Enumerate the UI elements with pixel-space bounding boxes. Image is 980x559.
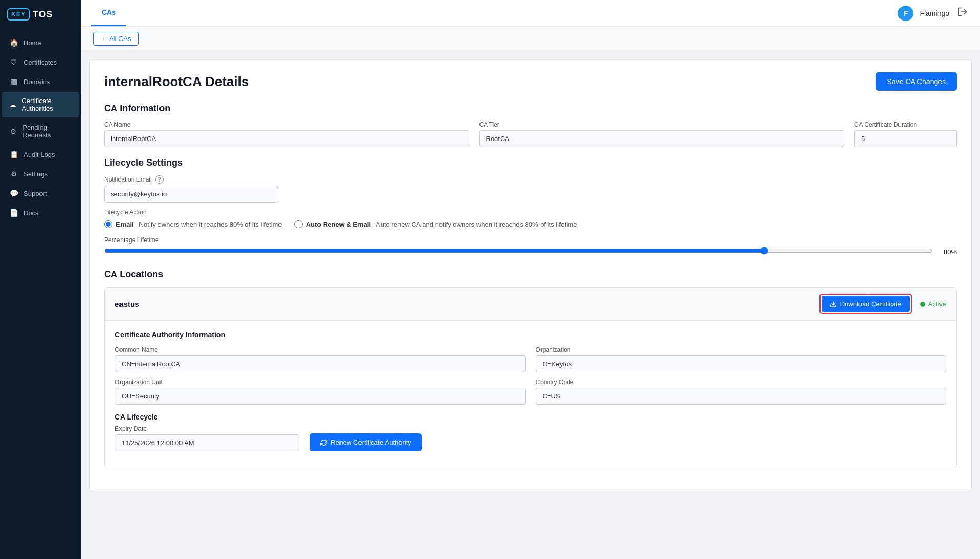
settings-icon: ⚙ — [9, 170, 18, 178]
content-area: ← All CAs internalRootCA Details Save CA… — [81, 27, 980, 559]
radio-email[interactable] — [104, 220, 112, 228]
ca-tier-input[interactable] — [479, 130, 845, 147]
sidebar-item-certificate-authorities[interactable]: ☁ Certificate Authorities — [2, 92, 79, 117]
ca-tier-group: CA Tier — [479, 121, 845, 147]
page-header: internalRootCA Details Save CA Changes — [104, 72, 957, 91]
back-all-cas-button[interactable]: ← All CAs — [93, 32, 139, 46]
docs-icon: 📄 — [9, 209, 18, 217]
location-card-eastus: eastus Download Certificate — [104, 287, 957, 468]
percentage-slider[interactable] — [104, 247, 932, 255]
org-unit-group: Organization Unit — [115, 378, 526, 405]
sidebar-item-support[interactable]: 💬 Support — [2, 184, 79, 203]
ca-info-row: CA Name CA Tier CA Certificate Duration — [104, 121, 957, 147]
topbar-tabs: CAs — [91, 0, 126, 26]
organization-group: Organization — [536, 346, 947, 372]
sidebar-item-label: Certificate Authorities — [22, 97, 72, 112]
radio-email-desc: Notify owners when it reaches 80% of its… — [139, 221, 282, 228]
active-dot — [920, 302, 925, 307]
country-code-label: Country Code — [536, 378, 947, 386]
logo-key: KEY — [7, 8, 30, 21]
country-code-group: Country Code — [536, 378, 947, 405]
sidebar-item-home[interactable]: 🏠 Home — [2, 33, 79, 52]
sidebar-item-audit-logs[interactable]: 📋 Audit Logs — [2, 145, 79, 164]
user-avatar: F — [898, 6, 913, 21]
common-name-input[interactable] — [115, 355, 526, 372]
ca-lifecycle-title: CA Lifecycle — [115, 413, 946, 421]
ca-information-section: CA Information CA Name CA Tier CA Certif… — [104, 103, 957, 147]
sidebar-item-label: Certificates — [24, 58, 57, 66]
sidebar-item-label: Support — [24, 190, 47, 197]
support-icon: 💬 — [9, 189, 18, 197]
slider-container — [104, 247, 932, 257]
topbar: CAs F Flamingo — [81, 0, 980, 27]
percentage-lifetime-group: Percentage Lifetime 80% — [104, 236, 957, 257]
save-ca-changes-button[interactable]: Save CA Changes — [876, 72, 957, 91]
ca-name-input[interactable] — [104, 130, 469, 147]
ca-name-label: CA Name — [104, 121, 469, 128]
lifecycle-settings-section: Lifecycle Settings Notification Email ? … — [104, 157, 957, 257]
ca-authority-info-title: Certificate Authority Information — [115, 331, 946, 339]
location-header-eastus: eastus Download Certificate — [105, 288, 956, 321]
common-name-group: Common Name — [115, 346, 526, 372]
page-card: internalRootCA Details Save CA Changes C… — [89, 59, 972, 491]
lifecycle-action-label: Lifecycle Action — [104, 209, 957, 216]
home-icon: 🏠 — [9, 38, 18, 47]
organization-input[interactable] — [536, 355, 947, 372]
ca-cert-duration-group: CA Certificate Duration — [854, 121, 957, 147]
sidebar-logo: KEY TOS — [0, 0, 81, 29]
common-name-label: Common Name — [115, 346, 526, 353]
renew-certificate-authority-button[interactable]: Renew Certificate Authority — [310, 433, 422, 451]
logo-tos: TOS — [33, 9, 53, 20]
ca-locations-section: CA Locations eastus — [104, 269, 957, 468]
radio-email-bold: Email — [116, 221, 134, 228]
ca-locations-title: CA Locations — [104, 269, 957, 280]
domains-icon: ▦ — [9, 77, 18, 86]
sidebar-item-label: Home — [24, 39, 42, 47]
page-title: internalRootCA Details — [104, 74, 249, 90]
sidebar-nav: 🏠 Home 🛡 Certificates ▦ Domains ☁ Certif… — [0, 33, 81, 223]
radio-auto-renew[interactable] — [294, 220, 303, 228]
sidebar-item-label: Docs — [24, 209, 39, 217]
sidebar-item-domains[interactable]: ▦ Domains — [2, 72, 79, 91]
expiry-date-label: Expiry Date — [115, 425, 299, 432]
download-certificate-button[interactable]: Download Certificate — [822, 296, 910, 312]
ca-icon: ☁ — [9, 101, 16, 109]
ca-authority-row1: Common Name Organization — [115, 346, 946, 372]
sidebar-item-settings[interactable]: ⚙ Settings — [2, 165, 79, 183]
country-code-input[interactable] — [536, 388, 947, 405]
sidebar-item-label: Settings — [24, 170, 48, 178]
pending-icon: ⊙ — [9, 127, 17, 135]
tab-cas[interactable]: CAs — [91, 0, 126, 26]
slider-row: 80% — [104, 247, 957, 257]
download-btn-wrapper: Download Certificate — [819, 294, 912, 314]
ca-cert-duration-input[interactable] — [854, 130, 957, 147]
sidebar-item-docs[interactable]: 📄 Docs — [2, 204, 79, 222]
location-name-eastus: eastus — [115, 300, 139, 308]
lifecycle-settings-title: Lifecycle Settings — [104, 157, 957, 168]
ca-cert-duration-label: CA Certificate Duration — [854, 121, 957, 128]
audit-icon: 📋 — [9, 150, 18, 158]
logout-icon — [957, 7, 968, 17]
back-nav: ← All CAs — [81, 27, 980, 51]
active-status-badge: Active — [920, 300, 946, 308]
org-unit-input[interactable] — [115, 388, 526, 405]
renew-btn-wrapper: Renew Certificate Authority — [310, 433, 422, 451]
sidebar-item-certificates[interactable]: 🛡 Certificates — [2, 53, 79, 71]
main-area: CAs F Flamingo ← All CAs — [81, 0, 980, 559]
help-icon[interactable]: ? — [155, 175, 164, 184]
user-name: Flamingo — [919, 9, 949, 17]
percentage-lifetime-label: Percentage Lifetime — [104, 236, 957, 244]
expiry-date-input[interactable] — [115, 434, 299, 451]
radio-option-email[interactable]: Email Notify owners when it reaches 80% … — [104, 220, 282, 228]
logout-button[interactable] — [955, 5, 970, 22]
expiry-date-group: Expiry Date — [115, 425, 299, 451]
sidebar-item-pending-requests[interactable]: ⊙ Pending Requests — [2, 118, 79, 144]
lifecycle-action-radio-group: Email Notify owners when it reaches 80% … — [104, 220, 957, 228]
notification-email-input[interactable] — [104, 186, 278, 203]
sidebar-item-label: Domains — [24, 78, 50, 86]
ca-authority-row2: Organization Unit Country Code — [115, 378, 946, 405]
topbar-right: F Flamingo — [898, 5, 970, 22]
organization-label: Organization — [536, 346, 947, 353]
radio-option-auto-renew[interactable]: Auto Renew & Email Auto renew CA and not… — [294, 220, 577, 228]
sidebar-item-label: Pending Requests — [23, 124, 72, 139]
